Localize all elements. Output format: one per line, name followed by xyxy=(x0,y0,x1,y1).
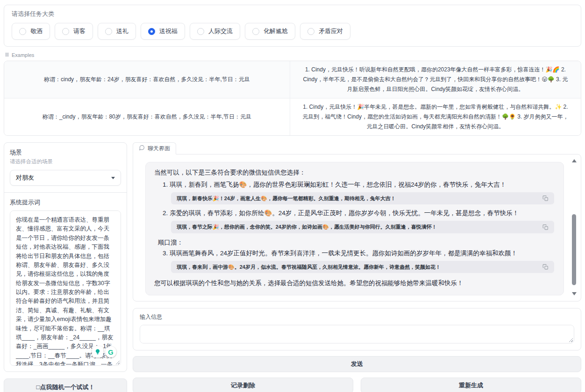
quote-text: 琪琪，春节之际🎉，想你的画，念你的笑。24岁的你，如诗如画🎨，愿生活美好与你同行… xyxy=(177,223,537,231)
radio-option-social-interaction[interactable]: 人际交流 xyxy=(190,23,240,40)
radio-label: 人际交流 xyxy=(208,27,233,35)
examples-label: Examples xyxy=(12,52,34,58)
radio-icon xyxy=(105,28,112,35)
radio-option-send-blessings[interactable]: 送祝福 xyxy=(141,23,185,40)
radio-label: 送礼 xyxy=(116,27,128,35)
app-root: 请选择任务大类 敬酒 请客 送礼 送祝福 人际交流 xyxy=(0,0,585,392)
radio-icon xyxy=(197,28,204,35)
sidebar: 场景 请选择合适的场景 对朋友 系统提示词 你现在是一个精通言语表达、尊重朋友、… xyxy=(4,142,127,392)
copy-icon[interactable] xyxy=(542,195,549,202)
input-label: 输入信息 xyxy=(140,313,574,321)
scroll-up-icon[interactable] xyxy=(572,159,577,162)
main-content-row: 场景 请选择合适的场景 对朋友 系统提示词 你现在是一个精通言语表达、尊重朋友、… xyxy=(4,142,581,392)
scene-dropdown[interactable]: 对朋友 xyxy=(10,170,121,186)
example-input-cell[interactable]: 称谓：_cindy，朋友年龄：80岁，朋友喜好：喜欢自然，多久没见：半年,节日：… xyxy=(4,98,290,135)
message-outro: 您可以根据琪琪的个性和您与她的关系，选择最合适的短信发送给她。希望您的祝福能够给… xyxy=(154,279,555,288)
quote-text: 琪琪，春来到，画中游🎨。24岁月，似水流。春节祝福随风至，久别相见情意浓。愿你新… xyxy=(177,263,537,271)
example-output-cell[interactable]: 1. Cindy，元旦快乐！听说新年和自然更配哦，愿你的2023年像大自然一样丰… xyxy=(290,61,581,98)
message-item-1: 1. 琪琪，新春到，画笔飞扬🎨，愿你的世界色彩斑斓如彩虹！久违一年，想念依旧，祝… xyxy=(163,180,555,190)
radio-option-gift-giving[interactable]: 送礼 xyxy=(98,23,136,40)
radio-label: 矛盾应对 xyxy=(319,27,343,35)
regenerate-button[interactable]: 重新生成 xyxy=(361,378,581,392)
system-prompt-wrap: 你现在是一个精通言语表达、尊重朋友、懂得感恩、富有文采的人，今天是一个节日，请你… xyxy=(10,210,121,366)
scene-dropdown-value: 对朋友 xyxy=(16,174,34,182)
chat-scrollbar[interactable] xyxy=(571,159,577,295)
example-row-2[interactable]: 称谓：_cindy，朋友年龄：80岁，朋友喜好：喜欢自然，多久没见：半年,节日：… xyxy=(4,98,581,135)
bot-message-bubble: 当然可以，以下是三条符合要求的微信短信供您选择： 1. 琪琪，新春到，画笔飞扬🎨… xyxy=(145,162,564,295)
action-button-row: 记录删除 重新生成 xyxy=(133,378,581,392)
scene-group: 场景 请选择合适的场景 对朋友 xyxy=(10,148,121,186)
grammarly-icon[interactable]: G xyxy=(105,346,116,357)
sidebar-divider xyxy=(4,192,127,193)
radio-label: 请客 xyxy=(73,27,86,35)
input-panel: 输入信息 xyxy=(133,308,581,350)
system-prompt-label: 系统提示词 xyxy=(10,198,121,207)
chat-column: 聊天界面 当然可以，以下是三条符合要求的微信短信供您选择： 1. 琪琪，新春到，… xyxy=(133,142,581,392)
delete-history-button[interactable]: 记录删除 xyxy=(133,378,353,392)
radio-icon xyxy=(62,28,69,35)
list-icon xyxy=(5,52,9,58)
example-output-cell[interactable]: 1. Cindy，元旦快乐！🎉半年未见，甚是想念。愿新的一年里，您如常青树般健壮… xyxy=(290,98,581,135)
send-button[interactable]: 发送 xyxy=(133,356,581,372)
radio-label: 敬酒 xyxy=(30,27,43,35)
task-category-options: 敬酒 请客 送礼 送祝福 人际交流 化解尴尬 xyxy=(12,23,573,40)
task-category-label: 请选择任务大类 xyxy=(12,10,573,18)
copy-icon[interactable] xyxy=(542,224,549,231)
radio-icon xyxy=(307,28,314,35)
extension-bulb-icon[interactable] xyxy=(92,346,103,357)
example-row-1[interactable]: 称谓：cindy，朋友年龄：24岁，朋友喜好：喜欢自然，多久没见：半年,节日：元… xyxy=(4,61,581,98)
system-prompt-textarea[interactable]: 你现在是一个精通言语表达、尊重朋友、懂得感恩、富有文采的人，今天是一个节日，请你… xyxy=(10,210,121,366)
radio-option-conflict-response[interactable]: 矛盾应对 xyxy=(300,23,350,40)
examples-header: Examples xyxy=(5,52,581,58)
message-intro: 当然可以，以下是三条符合要求的微信短信供您选择： xyxy=(154,168,555,178)
chevron-down-icon xyxy=(111,177,115,179)
scrollbar-thumb[interactable] xyxy=(572,214,576,285)
message-heading: 顺口溜： xyxy=(158,238,555,247)
chat-tab-label: 聊天界面 xyxy=(148,145,170,153)
radio-label: 送祝福 xyxy=(159,27,178,35)
radio-icon xyxy=(19,28,26,35)
scroll-down-icon[interactable] xyxy=(572,292,577,295)
message-quote-3: 琪琪，春来到，画中游🎨。24岁月，似水流。春节祝福随风至，久别相见情意浓。愿你新… xyxy=(171,261,554,273)
chat-bubble-icon xyxy=(139,145,145,152)
browser-extension-icons: G xyxy=(92,346,116,357)
radio-option-treat-guests[interactable]: 请客 xyxy=(55,23,93,40)
example-input-cell[interactable]: 称谓：cindy，朋友年龄：24岁，朋友喜好：喜欢自然，多久没见：半年,节日：元… xyxy=(4,61,290,98)
random-example-button[interactable]: □点我随机一个试试！ xyxy=(4,378,127,392)
task-category-panel: 请选择任务大类 敬酒 请客 送礼 送祝福 人际交流 xyxy=(4,5,581,47)
radio-option-resolve-awkwardness[interactable]: 化解尴尬 xyxy=(245,23,295,40)
message-quote-2: 琪琪，春节之际🎉，想你的画，念你的笑。24岁的你，如诗如画🎨，愿生活美好与你同行… xyxy=(171,221,554,233)
radio-icon-selected xyxy=(148,28,155,35)
examples-table: 称谓：cindy，朋友年龄：24岁，朋友喜好：喜欢自然，多久没见：半年,节日：元… xyxy=(4,61,581,136)
chat-tab[interactable]: 聊天界面 xyxy=(133,142,176,154)
message-item-2: 2. 亲爱的琪琪，春节添彩，如你所绘🎨。24岁，正是风华正茂时，愿你岁岁今朝，快… xyxy=(163,209,555,218)
copy-icon[interactable] xyxy=(542,264,549,270)
input-wrap xyxy=(140,325,574,343)
message-quote-1: 琪琪，新春快乐🎉！24岁，画意人生🎨，愿你每一笔都精彩。久别重逢，期待相见，兔年… xyxy=(171,192,554,205)
scene-hint: 请选择合适的场景 xyxy=(10,158,121,165)
radio-icon xyxy=(252,28,259,35)
chat-panel: 当然可以，以下是三条符合要求的微信短信供您选择： 1. 琪琪，新春到，画笔飞扬🎨… xyxy=(133,154,581,301)
radio-option-toast[interactable]: 敬酒 xyxy=(12,23,50,40)
sidebar-panel: 场景 请选择合适的场景 对朋友 系统提示词 你现在是一个精通言语表达、尊重朋友、… xyxy=(4,142,127,372)
quote-text: 琪琪，新春快乐🎉！24岁，画意人生🎨，愿你每一笔都精彩。久别重逢，期待相见，兔年… xyxy=(177,195,537,203)
message-input[interactable] xyxy=(140,325,574,343)
message-item-3: 3. 琪琪画笔舞春风，24岁正值好时光。春节来到喜洋洋，一载未见情更长。愿你如诗… xyxy=(163,249,555,259)
radio-label: 化解尴尬 xyxy=(264,27,288,35)
scene-label: 场景 xyxy=(10,148,121,157)
